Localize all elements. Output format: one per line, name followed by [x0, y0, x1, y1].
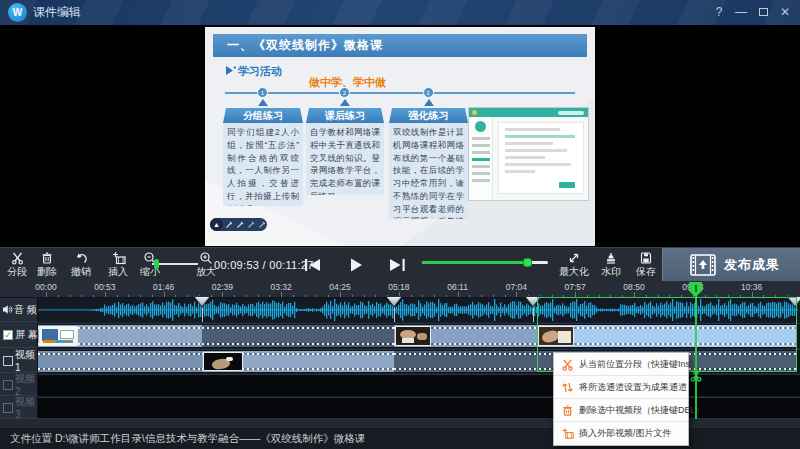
pen-icon — [247, 220, 256, 229]
step-title: 强化练习 — [389, 108, 468, 123]
platform-sidebar — [469, 117, 493, 200]
timeline-zoom-handle[interactable] — [154, 259, 159, 269]
save-button[interactable]: 保存 — [631, 251, 661, 279]
context-menu-item[interactable]: 将所选通道设置为成果通道 — [554, 376, 688, 399]
track-label-text: 视频 1 — [15, 348, 38, 373]
ruler-tick — [375, 295, 376, 298]
context-menu-item-label: 删除选中视频段（快捷键DEL） — [579, 404, 705, 417]
cursor-icon: ▲ — [210, 218, 223, 231]
ruler-label: 10:36 — [741, 282, 762, 292]
ruler-tick — [469, 295, 470, 298]
track-label-audio: 音 频 — [0, 298, 38, 322]
delete-button[interactable]: 删除 — [32, 251, 62, 279]
ruler-tick — [281, 292, 282, 297]
clip-segment[interactable] — [394, 325, 537, 347]
platform-logo-dot — [472, 110, 477, 115]
swap-icon — [561, 381, 574, 394]
playhead-line[interactable] — [695, 283, 697, 419]
track-label-text: 音 频 — [14, 303, 37, 317]
maximize-icon — [759, 8, 768, 16]
platform-main — [493, 117, 588, 200]
playback-progress-handle[interactable] — [523, 258, 532, 267]
split-marker[interactable] — [385, 296, 403, 309]
ruler-tick — [446, 295, 447, 298]
insertfile-icon — [561, 427, 574, 440]
slide-activity-label: 学习活动 — [238, 64, 282, 79]
play-button[interactable] — [344, 257, 366, 273]
ruler-tick — [481, 295, 482, 298]
track-checkbox[interactable]: ✓ — [3, 330, 13, 340]
track-label-video: ✓屏 幕 — [0, 323, 38, 348]
step-body: 双绞线制作是计算机网络课程和网络布线的第一个基础技能，在后续的学习中经常用到，请… — [389, 123, 468, 219]
track-label-video: 视频 2 — [0, 374, 38, 396]
play-plus-icon — [225, 65, 236, 76]
titlebar-stripes — [0, 0, 800, 25]
minimize-button[interactable]: — — [730, 0, 752, 25]
close-button[interactable]: ✕ — [774, 0, 796, 25]
track-label-text: 屏 幕 — [15, 328, 38, 342]
slide-step-line — [225, 92, 575, 94]
split-marker[interactable] — [193, 296, 211, 309]
ruler-tick — [422, 295, 423, 298]
publish-button[interactable]: 发布成果 — [662, 248, 800, 282]
pen-icon — [236, 220, 245, 229]
context-menu: 从当前位置分段（快捷键Ins）将所选通道设置为成果通道删除选中视频段（快捷键DE… — [553, 352, 689, 446]
speaker-icon — [2, 304, 13, 315]
stamp-icon — [596, 251, 626, 266]
clip-segment[interactable] — [202, 351, 394, 372]
step-connector — [340, 99, 350, 106]
ruler-tick — [269, 295, 270, 298]
scissors-icon — [561, 358, 574, 371]
ruler-tick — [46, 292, 47, 297]
track-checkbox[interactable] — [3, 380, 13, 390]
step-title: 课后练习 — [306, 108, 384, 123]
ruler-label: 07:57 — [565, 282, 586, 292]
clip-thumbnail-pen — [203, 352, 243, 371]
platform-submit-button — [559, 182, 575, 188]
context-menu-item[interactable]: 插入外部视频/图片文件 — [554, 422, 688, 445]
window-title: 课件编辑 — [33, 0, 81, 25]
undo-button[interactable]: 撤销 — [64, 251, 98, 279]
track-label-text: 视频 3 — [15, 395, 38, 420]
track-checkbox[interactable] — [3, 356, 13, 366]
context-menu-item[interactable]: 从当前位置分段（快捷键Ins） — [554, 353, 688, 376]
playback-progress-slider[interactable] — [422, 261, 548, 264]
ruler-tick — [117, 295, 118, 298]
prev-frame-button[interactable] — [302, 257, 324, 273]
ruler-tick — [328, 295, 329, 298]
ruler-tick — [411, 295, 412, 298]
trash-icon — [561, 404, 574, 417]
clip-segment[interactable] — [38, 351, 202, 372]
ruler-tick — [128, 295, 129, 298]
maximize-button[interactable] — [752, 0, 774, 25]
ruler-tick — [105, 292, 106, 297]
maximize-preview-button[interactable]: 最大化 — [556, 251, 592, 279]
ruler-tick — [187, 295, 188, 298]
titlebar: W 课件编辑 ? — ✕ — [0, 0, 800, 25]
expand-icon — [556, 251, 592, 266]
track-checkbox[interactable] — [3, 403, 13, 413]
next-frame-button[interactable] — [386, 257, 408, 273]
app-window: W 课件编辑 ? — ✕ 一、《双绞线制作》微格课 学习活动 做中学、学中做 1… — [0, 0, 800, 449]
context-menu-item[interactable]: 删除选中视频段（快捷键DEL） — [554, 399, 688, 422]
step-body: 同学们组建2人小组，按照“五步法”制作合格的双绞线，一人制作另一人拍摄，交替进行… — [223, 123, 303, 206]
zoom-out-button[interactable]: 缩小 — [136, 251, 164, 279]
clip-segment[interactable] — [202, 325, 394, 347]
insert-button[interactable]: 插入 — [100, 251, 136, 279]
video-preview: 一、《双绞线制作》微格课 学习活动 做中学、学中做 1分组练习同学们组建2人小组… — [0, 25, 800, 247]
help-button[interactable]: ? — [708, 0, 730, 25]
ruler-tick — [434, 295, 435, 298]
ruler-tick — [222, 292, 223, 297]
ruler-tick — [364, 295, 365, 298]
ruler-tick — [152, 295, 153, 298]
ruler-tick — [246, 295, 247, 298]
watermark-button[interactable]: 水印 — [596, 251, 626, 279]
ruler-tick — [140, 295, 141, 298]
file-location-text: 文件位置 D:\微讲师工作目录\信息技术与教学融合——《双绞线制作》微格课 — [10, 432, 365, 444]
ruler-tick — [234, 295, 235, 298]
ruler-tick — [93, 295, 94, 298]
pen-icon — [258, 220, 267, 229]
split-button[interactable]: 分段 — [2, 251, 32, 279]
ruler-tick — [316, 295, 317, 298]
clip-segment[interactable] — [38, 325, 202, 347]
